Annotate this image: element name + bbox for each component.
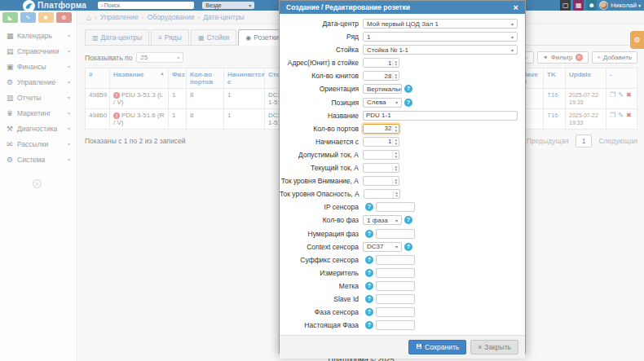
- close-icon[interactable]: ×: [514, 4, 518, 11]
- sidebar-item-system[interactable]: ⚙Система▾: [0, 152, 77, 167]
- sidebar-item-management[interactable]: ⚙Управление▾: [0, 74, 77, 90]
- spin-down-icon[interactable]: ▾: [395, 76, 397, 80]
- sidebar-item-finance[interactable]: ▣Финансы▾: [0, 59, 77, 74]
- edit-icon[interactable]: ✎: [618, 91, 624, 99]
- spinner-arrows[interactable]: ▴▾: [392, 165, 399, 172]
- breadcrumb-link[interactable]: Дата-центры: [203, 13, 245, 21]
- spinner-arrows[interactable]: ▴▾: [392, 73, 399, 80]
- sensor-suffix-input[interactable]: [376, 255, 415, 265]
- bug-button[interactable]: ✱: [38, 12, 54, 23]
- home-icon[interactable]: ⌂: [86, 13, 91, 22]
- unit-address-input[interactable]: [364, 59, 392, 67]
- column-header[interactable]: Кол-во портов: [187, 68, 224, 89]
- help-icon[interactable]: ?: [365, 230, 373, 238]
- chart-button[interactable]: ◣: [2, 12, 18, 23]
- spin-down-icon[interactable]: ▾: [395, 181, 397, 185]
- spin-down-icon[interactable]: ▾: [395, 194, 398, 198]
- add-button[interactable]: + Добавить: [592, 51, 637, 64]
- column-header[interactable]: Update: [566, 68, 607, 89]
- search-scope-select[interactable]: Везде ▾: [202, 2, 254, 9]
- sensor-phase-input[interactable]: [376, 307, 415, 317]
- admin-button[interactable]: ▦: [573, 0, 584, 11]
- column-header[interactable]: -: [607, 68, 637, 89]
- tab-datacenters[interactable]: ▥Дата-центры: [85, 29, 149, 45]
- spinner-arrows[interactable]: ▴▾: [392, 125, 399, 132]
- column-header[interactable]: Фаз: [169, 68, 187, 89]
- slave-id-input[interactable]: [376, 294, 415, 304]
- tag-input[interactable]: [376, 281, 415, 291]
- spin-down-icon[interactable]: ▾: [395, 63, 397, 67]
- pagination-page-1[interactable]: 1: [576, 134, 593, 147]
- help-icon[interactable]: ?: [404, 243, 412, 251]
- tk-link[interactable]: T16: [547, 91, 558, 99]
- help-icon[interactable]: ?: [404, 99, 412, 107]
- spin-down-icon[interactable]: ▾: [395, 155, 397, 159]
- spin-down-icon[interactable]: ▾: [395, 129, 397, 133]
- pagination-prev[interactable]: Предыдущая: [527, 137, 569, 145]
- sidebar-item-directories[interactable]: ▤Справочники▾: [0, 43, 77, 59]
- apps-button[interactable]: ▢: [560, 0, 571, 11]
- datacenter-select[interactable]: Мой первый ЦОД Зал 1▾: [363, 19, 518, 29]
- sidebar-item-mailings[interactable]: ✉Рассылки▾: [0, 136, 77, 152]
- sensor-ip-input[interactable]: [376, 202, 415, 212]
- rack-select[interactable]: Стойка № 1-1▾: [363, 45, 518, 55]
- tab-rows[interactable]: ≡Ряды: [151, 29, 189, 45]
- breadcrumb-link[interactable]: Оборудование: [148, 13, 195, 21]
- sidebar-item-calendar[interactable]: ▦Календарь▾: [0, 28, 77, 43]
- meter-input[interactable]: [376, 268, 415, 278]
- sidebar-item-marketing[interactable]: ♛Маркетинг▾: [0, 105, 77, 121]
- help-icon[interactable]: ?: [365, 308, 373, 316]
- help-icon[interactable]: ?: [365, 282, 373, 290]
- help-icon[interactable]: ?: [365, 321, 373, 329]
- row-select[interactable]: 1▾: [363, 32, 518, 42]
- port-count-input[interactable]: [364, 125, 392, 133]
- edit-button[interactable]: ✎: [20, 12, 36, 23]
- help-icon[interactable]: ?: [365, 256, 373, 264]
- phase-numbering-input[interactable]: [376, 229, 415, 239]
- column-header[interactable]: Начинается с: [224, 68, 265, 89]
- save-button[interactable]: Сохранить: [408, 340, 466, 354]
- close-button[interactable]: × Закрыть: [470, 340, 518, 354]
- column-header[interactable]: #: [86, 68, 110, 89]
- tab-racks[interactable]: ▦Стойки: [191, 29, 236, 45]
- warning-current-input[interactable]: [364, 177, 392, 185]
- help-icon[interactable]: ?: [365, 295, 373, 303]
- settings-button[interactable]: ⚙: [56, 12, 72, 23]
- position-select[interactable]: Слева▾: [363, 98, 402, 108]
- global-search[interactable]: ⌕: [98, 2, 194, 9]
- tk-link[interactable]: T16: [547, 112, 558, 119]
- spinner-arrows[interactable]: ▴▾: [392, 178, 399, 185]
- name-input[interactable]: [363, 111, 518, 121]
- help-icon[interactable]: ?: [404, 216, 412, 224]
- spin-down-icon[interactable]: ▾: [395, 142, 397, 146]
- delete-icon[interactable]: ✖: [626, 91, 632, 99]
- help-icon[interactable]: ?: [404, 85, 412, 93]
- page-size-select[interactable]: 25 ▾: [136, 52, 183, 63]
- starts-with-input[interactable]: [364, 138, 392, 146]
- copy-icon[interactable]: ❐: [610, 112, 615, 119]
- orientation-select[interactable]: Вертикальное▾: [363, 84, 402, 94]
- allowed-current-input[interactable]: [364, 151, 392, 159]
- current-current-input[interactable]: [364, 164, 392, 172]
- spinner-arrows[interactable]: ▴▾: [392, 151, 399, 158]
- danger-current-input[interactable]: [364, 190, 393, 198]
- sidebar-collapse-button[interactable]: ‹: [33, 179, 42, 188]
- spinner-arrows[interactable]: ▴▾: [393, 191, 399, 198]
- real-phase-input[interactable]: [376, 320, 415, 330]
- unit-count-input[interactable]: [364, 72, 392, 80]
- spin-down-icon[interactable]: ▾: [395, 168, 397, 172]
- delete-icon[interactable]: ✖: [626, 112, 632, 119]
- column-header[interactable]: TK: [544, 68, 566, 89]
- column-header[interactable]: Название▲: [110, 68, 169, 89]
- sidebar-item-diagnostics[interactable]: ⚒Диагностика▾: [0, 121, 77, 136]
- pagination-next[interactable]: Следующая: [598, 137, 637, 145]
- copy-icon[interactable]: ❐: [610, 91, 615, 99]
- spinner-arrows[interactable]: ▴▾: [392, 59, 399, 67]
- settings-flyout-tab[interactable]: ⚙: [630, 31, 644, 49]
- spinner-arrows[interactable]: ▴▾: [392, 138, 399, 145]
- avatar[interactable]: [599, 1, 608, 10]
- edit-icon[interactable]: ✎: [618, 112, 624, 119]
- search-input[interactable]: [104, 2, 192, 9]
- users-button[interactable]: ☻: [586, 0, 597, 11]
- breadcrumb-link[interactable]: Управление: [100, 13, 139, 21]
